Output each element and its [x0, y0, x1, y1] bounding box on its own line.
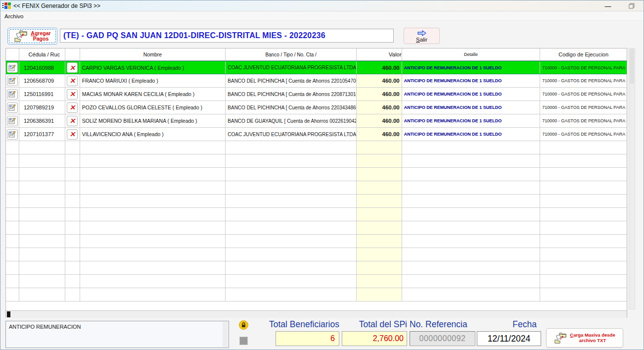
empty-cell	[402, 141, 541, 154]
minimize-button[interactable]: —	[598, 0, 618, 11]
delete-row-button[interactable]: ✕	[67, 102, 78, 113]
empty-cell	[80, 221, 226, 234]
fecha-field[interactable]: 12/11/2024	[477, 331, 541, 346]
total-spi-field[interactable]: 2,760.00	[342, 331, 407, 346]
detalle-cell: ANTICIPO DE REMUNERACION DE 1 SUELDO	[402, 88, 541, 100]
empty-cell	[540, 141, 627, 154]
edit-row-button[interactable]	[7, 116, 18, 126]
edit-row-button[interactable]	[7, 129, 18, 140]
empty-cell	[6, 261, 19, 274]
empty-cell	[402, 208, 541, 221]
delete-row-button[interactable]: ✕	[67, 89, 78, 100]
table-row[interactable]: 1204160988✕CARPIO VARGAS VERONICA ( Empl…	[6, 61, 627, 74]
empty-cell	[80, 288, 226, 301]
empty-cell	[540, 181, 627, 194]
memo-text: ANTICIPO REMUNERACION	[9, 324, 81, 330]
empty-cell	[65, 208, 80, 221]
empty-cell	[357, 195, 402, 207]
table-row[interactable]: 1250116991✕MACIAS MONAR KAREN CECILIA ( …	[6, 88, 627, 101]
empty-cell	[6, 275, 19, 288]
empty-cell	[19, 154, 65, 167]
empty-table-row[interactable]	[6, 195, 627, 208]
empty-cell	[357, 168, 402, 181]
lock-icon[interactable]	[239, 320, 248, 330]
edit-cell	[6, 128, 19, 141]
empty-cell	[65, 235, 80, 248]
empty-cell	[402, 235, 541, 248]
empty-table-row[interactable]	[6, 275, 627, 288]
carga-masiva-button[interactable]: Carga Masiva desde archivo TXT	[546, 328, 623, 348]
edit-row-button[interactable]	[7, 62, 18, 73]
table-row[interactable]: 1207989219✕POZO CEVALLOS GLORIA CELESTE …	[6, 101, 627, 114]
empty-cell	[6, 141, 19, 154]
empty-table-row[interactable]	[6, 168, 627, 181]
memo-scrollbar[interactable]	[223, 322, 228, 347]
empty-cell	[65, 154, 80, 167]
carga-masiva-label: Carga Masiva desde archivo TXT	[570, 333, 615, 343]
exit-arrow-icon	[416, 30, 427, 37]
delete-row-button[interactable]: ✕	[67, 116, 78, 126]
empty-table-row[interactable]	[6, 141, 627, 154]
horizontal-scrollbar[interactable]	[6, 310, 627, 318]
edit-row-button[interactable]	[7, 102, 18, 113]
add-payments-folder-icon	[14, 30, 29, 43]
empty-cell	[65, 288, 80, 301]
vertical-scrollbar-thumb[interactable]	[630, 49, 634, 84]
empty-cell	[19, 248, 65, 261]
menu-bar: Archivo	[0, 12, 644, 21]
nombre-cell: POZO CEVALLOS GLORIA CELESTE ( Empleado …	[80, 101, 226, 114]
empty-cell	[226, 221, 357, 234]
salir-button[interactable]: Salir	[404, 28, 440, 44]
header-edit-col	[6, 49, 19, 60]
empty-table-row[interactable]	[6, 235, 627, 248]
empty-table-row[interactable]	[6, 248, 627, 261]
empty-cell	[226, 288, 357, 301]
edit-cell	[6, 101, 19, 114]
empty-table-row[interactable]	[6, 288, 627, 301]
codigo-cell: 710000 - GASTOS DE PERSONAL PARA INVERSI	[540, 114, 627, 127]
empty-cell	[65, 195, 80, 207]
empty-cell	[402, 154, 541, 167]
empty-cell	[65, 275, 80, 288]
empty-cell	[540, 288, 627, 301]
empty-cell	[226, 181, 357, 194]
header-delete-col	[65, 49, 80, 60]
empty-cell	[6, 288, 19, 301]
total-beneficiarios-field[interactable]: 6	[276, 331, 339, 346]
delete-row-button[interactable]: ✕	[67, 76, 78, 86]
delete-row-button[interactable]: ✕	[67, 129, 78, 140]
empty-table-row[interactable]	[6, 221, 627, 235]
empty-table-row[interactable]	[6, 181, 627, 195]
cedula-cell: 1206568709	[19, 74, 65, 87]
table-row[interactable]: 1206386391✕SOLIZ MORENO BIELKA MARIANA (…	[6, 114, 627, 128]
detalle-cell: ANTICIPO DE REMUNERACION DE 1 SUELDO	[402, 74, 541, 87]
vertical-scrollbar[interactable]	[629, 48, 635, 309]
empty-table-row[interactable]	[6, 261, 627, 275]
empty-cell	[80, 141, 226, 154]
restore-button[interactable]	[622, 0, 642, 11]
table-row[interactable]: 1206568709✕FRANCO MARIUXI ( Empleado )BA…	[6, 74, 627, 88]
valor-cell: 460.00	[357, 128, 402, 141]
app-window: << FENIX Generador de SPi3 >> — Archivo …	[0, 0, 644, 350]
empty-cell	[80, 181, 226, 194]
codigo-cell: 710000 - GASTOS DE PERSONAL PARA INVERSI	[540, 61, 627, 74]
menu-archivo[interactable]: Archivo	[0, 13, 27, 20]
delete-row-button[interactable]: ✕	[67, 62, 78, 73]
empty-cell	[226, 208, 357, 221]
table-row[interactable]: 1207101377✕VILLAVICENCIO ANA ( Empleado …	[6, 128, 627, 141]
empty-cell	[80, 208, 226, 221]
empty-cell	[6, 195, 19, 207]
empty-table-row[interactable]	[6, 208, 627, 221]
edit-row-button[interactable]	[7, 76, 18, 86]
empty-table-row[interactable]	[6, 154, 627, 168]
concept-memo-field[interactable]: ANTICIPO REMUNERACION	[5, 321, 229, 348]
empty-cell	[19, 168, 65, 181]
cedula-cell: 1207989219	[19, 101, 65, 114]
delete-x-icon: ✕	[69, 64, 75, 71]
empty-cell	[65, 141, 80, 154]
entity-title-input[interactable]	[60, 29, 394, 43]
empty-cell	[226, 154, 357, 167]
edit-row-button[interactable]	[7, 89, 18, 100]
horizontal-scrollbar-thumb[interactable]	[7, 311, 10, 317]
agregar-pagos-button[interactable]: Agregar Pagos	[7, 28, 57, 45]
